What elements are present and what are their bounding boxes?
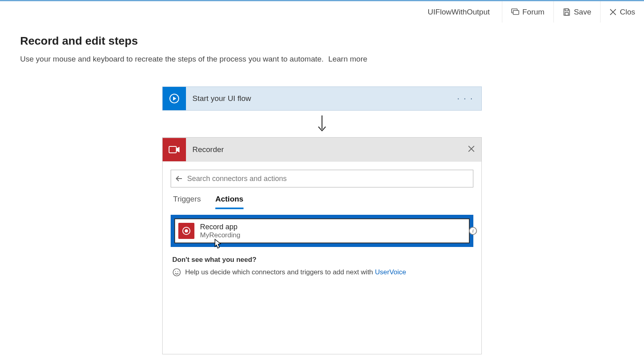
svg-point-15	[185, 229, 188, 232]
top-toolbar: UIFlowWithOutput Forum Save Clos	[0, 0, 644, 23]
start-step-iconbox	[163, 87, 186, 110]
uservoice-link[interactable]: UserVoice	[375, 268, 406, 276]
close-button[interactable]: Clos	[600, 1, 644, 23]
svg-rect-3	[565, 12, 568, 15]
forum-label: Forum	[522, 8, 545, 16]
arrow-left-icon[interactable]	[175, 175, 183, 183]
learn-more-link[interactable]: Learn more	[328, 55, 367, 63]
arrow-down-icon	[317, 115, 327, 132]
need-help-text: Help us decide which connectors and trig…	[185, 268, 375, 276]
action-record-app[interactable]: Record app MyRecording	[174, 218, 470, 243]
svg-rect-2	[565, 9, 568, 11]
info-icon[interactable]: i	[469, 227, 477, 235]
svg-point-18	[178, 271, 178, 272]
record-icon	[182, 226, 191, 236]
recorder-title: Recorder	[186, 145, 224, 154]
flow-name-label: UIFlowWithOutput	[428, 8, 490, 16]
close-label: Clos	[620, 8, 635, 16]
recorder-iconbox	[163, 138, 186, 161]
save-button[interactable]: Save	[553, 1, 600, 23]
search-box[interactable]	[171, 170, 473, 187]
page-description: Use your mouse and keyboard to recreate …	[20, 55, 624, 64]
recorder-header: Recorder	[163, 138, 481, 162]
action-title: Record app	[200, 223, 240, 231]
smile-icon	[172, 268, 181, 277]
camera-icon	[168, 145, 180, 154]
tab-triggers[interactable]: Triggers	[173, 195, 201, 209]
start-step-card[interactable]: Start your UI flow · · ·	[162, 86, 482, 111]
tab-actions[interactable]: Actions	[215, 195, 244, 209]
need-line: Help us decide which connectors and trig…	[172, 268, 472, 277]
svg-point-16	[173, 269, 180, 276]
recorder-tabs: Triggers Actions	[171, 187, 473, 209]
forum-icon	[511, 8, 519, 16]
save-label: Save	[574, 8, 591, 16]
recorder-body: Triggers Actions Record app MyRecording	[163, 162, 481, 285]
search-input[interactable]	[187, 175, 469, 183]
play-circle-icon	[168, 93, 180, 105]
need-title: Don't see what you need?	[172, 256, 472, 264]
recorder-card: Recorder Triggers Actions	[162, 137, 482, 354]
svg-point-17	[175, 271, 176, 272]
svg-marker-10	[176, 147, 180, 152]
svg-marker-7	[173, 97, 176, 101]
start-step-more-button[interactable]: · · ·	[457, 93, 473, 104]
page-title: Record and edit steps	[20, 35, 624, 47]
flow-arrow	[162, 111, 482, 137]
action-subtitle: MyRecording	[200, 231, 240, 239]
record-iconbox	[178, 223, 194, 239]
forum-button[interactable]: Forum	[502, 1, 553, 23]
page-description-text: Use your mouse and keyboard to recreate …	[20, 55, 324, 63]
close-icon	[609, 8, 617, 16]
svg-rect-9	[169, 146, 176, 153]
start-step-label: Start your UI flow	[186, 94, 251, 103]
recorder-close-button[interactable]	[468, 145, 475, 154]
flow-canvas: Start your UI flow · · · Recorder	[162, 86, 482, 354]
svg-rect-1	[513, 10, 519, 14]
save-icon	[563, 8, 571, 16]
action-row-highlight: Record app MyRecording i	[171, 215, 473, 247]
need-section: Don't see what you need? Help us decide …	[171, 256, 473, 277]
action-texts: Record app MyRecording	[200, 223, 240, 239]
close-icon	[468, 145, 475, 152]
